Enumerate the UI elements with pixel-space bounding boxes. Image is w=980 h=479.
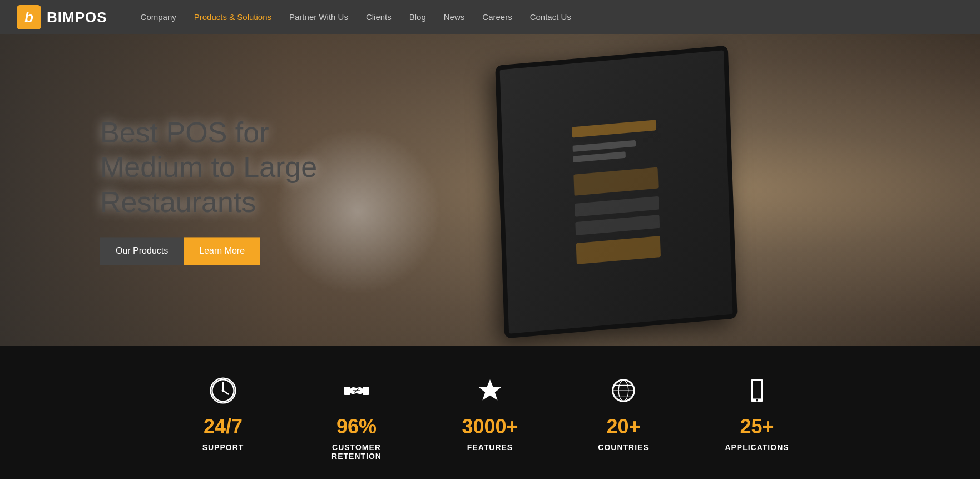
svg-point-27 xyxy=(756,399,758,402)
svg-rect-6 xyxy=(576,236,660,264)
svg-rect-3 xyxy=(573,167,658,195)
stat-item-globe: 20+COUNTRIES xyxy=(557,374,690,452)
nav-link-company[interactable]: Company xyxy=(141,12,176,22)
nav-link-blog[interactable]: Blog xyxy=(409,12,426,22)
stat-item-handshake: 96%CUSTOMERRETENTION xyxy=(290,374,423,461)
stat-value-handshake: 96% xyxy=(336,415,377,438)
brand-icon: b xyxy=(17,5,41,29)
svg-rect-13 xyxy=(344,387,350,395)
navbar: b BIMPOS CompanyProducts & SolutionsPart… xyxy=(0,0,980,34)
stat-label-handshake: CUSTOMERRETENTION xyxy=(331,443,382,461)
svg-rect-0 xyxy=(572,120,656,137)
svg-rect-2 xyxy=(573,151,626,162)
stat-value-clock: 24/7 xyxy=(204,415,242,438)
stat-value-star: 3000+ xyxy=(462,415,518,438)
stat-value-mobile: 25+ xyxy=(740,415,774,438)
svg-point-12 xyxy=(222,389,225,392)
stat-label-star: FEATURES xyxy=(467,443,513,452)
hero-content: Best POS forMedium to LargeRestaurants O… xyxy=(100,115,317,265)
nav-link-products---solutions[interactable]: Products & Solutions xyxy=(194,12,271,22)
svg-marker-17 xyxy=(478,379,502,401)
nav-link-news[interactable]: News xyxy=(444,12,465,22)
nav-link-partner-with-us[interactable]: Partner With Us xyxy=(289,12,348,22)
hero-tablet xyxy=(455,50,833,339)
svg-rect-14 xyxy=(363,387,369,395)
stat-item-star: 3000+FEATURES xyxy=(423,374,557,452)
handshake-icon xyxy=(340,374,373,407)
svg-rect-4 xyxy=(575,196,659,217)
nav-link-clients[interactable]: Clients xyxy=(366,12,392,22)
tablet-screen xyxy=(499,50,732,334)
hero-section: Best POS forMedium to LargeRestaurants O… xyxy=(0,34,980,346)
globe-icon xyxy=(607,374,640,407)
brand[interactable]: b BIMPOS xyxy=(17,5,107,29)
star-icon xyxy=(473,374,507,407)
tablet-body xyxy=(495,46,738,339)
clock-icon xyxy=(206,374,240,407)
stats-grid: 24/7SUPPORT 96%CUSTOMERRETENTION 3000+FE… xyxy=(156,374,824,461)
stat-item-clock: 24/7SUPPORT xyxy=(156,374,290,452)
nav-links: CompanyProducts & SolutionsPartner With … xyxy=(141,12,571,22)
nav-link-contact-us[interactable]: Contact Us xyxy=(530,12,571,22)
hero-title: Best POS forMedium to LargeRestaurants xyxy=(100,115,317,219)
our-products-button[interactable]: Our Products xyxy=(100,238,184,265)
learn-more-button[interactable]: Learn More xyxy=(184,238,260,265)
stat-item-mobile: 25+APPLICATIONS xyxy=(690,374,824,452)
mobile-icon xyxy=(740,374,774,407)
brand-name: BIMPOS xyxy=(47,9,107,26)
svg-rect-1 xyxy=(572,140,636,152)
nav-link-careers[interactable]: Careers xyxy=(482,12,512,22)
hero-buttons: Our Products Learn More xyxy=(100,238,317,265)
svg-rect-26 xyxy=(753,381,761,398)
stats-bar: 24/7SUPPORT 96%CUSTOMERRETENTION 3000+FE… xyxy=(0,346,980,479)
stat-label-clock: SUPPORT xyxy=(202,443,244,452)
stat-label-globe: COUNTRIES xyxy=(598,443,649,452)
stat-label-mobile: APPLICATIONS xyxy=(725,443,789,452)
stat-value-globe: 20+ xyxy=(606,415,640,438)
svg-rect-5 xyxy=(575,215,660,235)
